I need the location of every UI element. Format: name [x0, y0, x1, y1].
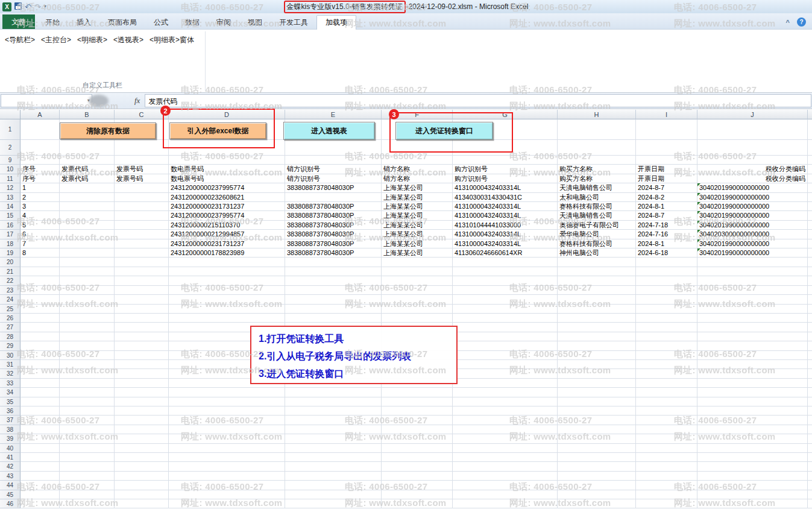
cell[interactable]	[697, 332, 808, 341]
cell[interactable]: 上海某某公司	[382, 230, 453, 239]
cell[interactable]	[558, 406, 636, 416]
cell[interactable]	[60, 202, 115, 211]
cell[interactable]	[636, 332, 697, 341]
cell[interactable]: 太和电脑公司	[558, 193, 636, 202]
cell[interactable]	[697, 351, 808, 360]
cell[interactable]	[382, 156, 453, 165]
row-header-15[interactable]: 15	[0, 211, 20, 220]
cell[interactable]: 赛格科技有限公司	[558, 239, 636, 248]
cell[interactable]	[636, 388, 697, 397]
cell[interactable]	[115, 156, 169, 165]
cell[interactable]	[453, 434, 558, 443]
cell[interactable]	[697, 323, 808, 332]
cell[interactable]	[558, 323, 636, 332]
cell[interactable]	[636, 462, 697, 471]
cell[interactable]	[60, 314, 115, 323]
cell[interactable]	[697, 369, 808, 378]
row-header-2[interactable]: 2	[0, 140, 20, 156]
ribbon-tab-insert[interactable]: 插入	[68, 16, 99, 29]
cell[interactable]	[285, 406, 382, 416]
cell[interactable]: 2024-8-2	[636, 193, 697, 202]
cell[interactable]	[636, 140, 697, 156]
cell[interactable]	[285, 276, 382, 285]
cell[interactable]	[382, 444, 453, 453]
cell[interactable]	[115, 183, 169, 192]
cell[interactable]	[115, 248, 169, 258]
cell[interactable]	[636, 119, 697, 140]
cell[interactable]	[636, 156, 697, 165]
cell[interactable]	[115, 453, 169, 462]
cell[interactable]	[453, 379, 558, 388]
cell[interactable]	[697, 276, 808, 285]
cell[interactable]: 7	[20, 239, 60, 248]
custom-toolbar-item-2[interactable]: <明细表>	[77, 35, 107, 45]
cell[interactable]	[20, 341, 60, 350]
cell[interactable]	[115, 341, 169, 350]
cell[interactable]	[636, 425, 697, 434]
cell[interactable]	[558, 351, 636, 360]
cell[interactable]	[20, 416, 60, 425]
cell[interactable]	[60, 305, 115, 314]
row-header-37[interactable]: 37	[0, 416, 20, 425]
cell[interactable]	[285, 140, 382, 156]
row-header-36[interactable]: 36	[0, 406, 20, 416]
cell[interactable]	[115, 360, 169, 369]
cell[interactable]: 24312000000231731237	[169, 202, 285, 211]
cell[interactable]	[20, 140, 60, 156]
cell[interactable]: 2024-7-18	[636, 221, 697, 230]
cell[interactable]	[169, 416, 285, 425]
cell[interactable]	[382, 397, 453, 406]
cell[interactable]	[382, 267, 453, 276]
cell[interactable]	[697, 462, 808, 471]
cell[interactable]	[169, 305, 285, 314]
cell[interactable]: 上海某某公司	[382, 193, 453, 202]
cell[interactable]	[453, 499, 558, 508]
cell[interactable]	[20, 267, 60, 276]
row-header-33[interactable]: 33	[0, 379, 20, 388]
cell[interactable]	[115, 444, 169, 453]
cell[interactable]	[558, 156, 636, 165]
cell[interactable]	[285, 462, 382, 471]
cell[interactable]	[558, 388, 636, 397]
row-header-38[interactable]: 38	[0, 425, 20, 434]
cell[interactable]: 开票日期	[636, 165, 697, 174]
cell[interactable]	[20, 481, 60, 490]
cell[interactable]	[115, 388, 169, 397]
cell[interactable]	[20, 444, 60, 453]
cell[interactable]	[453, 472, 558, 481]
cell[interactable]	[558, 397, 636, 406]
ribbon-tab-page-layout[interactable]: 页面布局	[99, 16, 145, 29]
cell[interactable]: 3040201990000000000	[697, 183, 808, 192]
cell[interactable]	[115, 397, 169, 406]
cell[interactable]	[60, 490, 115, 499]
row-header-40[interactable]: 40	[0, 444, 20, 453]
cell[interactable]: 41310000432403314L	[453, 230, 558, 239]
cell[interactable]	[697, 305, 808, 314]
ribbon-tab-home[interactable]: 开始	[37, 16, 68, 29]
cell[interactable]	[697, 416, 808, 425]
cell[interactable]	[453, 267, 558, 276]
cell[interactable]	[382, 453, 453, 462]
cell[interactable]: 3040201990000000000	[697, 211, 808, 220]
cell[interactable]	[20, 305, 60, 314]
cell[interactable]	[115, 490, 169, 499]
cell[interactable]	[60, 360, 115, 369]
cell[interactable]: 购方识别号	[453, 165, 558, 174]
cell[interactable]	[697, 286, 808, 295]
cell[interactable]	[115, 140, 169, 156]
cell[interactable]	[558, 258, 636, 267]
cell[interactable]: 4113060246660614XR	[453, 248, 558, 258]
cell[interactable]	[60, 351, 115, 360]
cell[interactable]	[115, 351, 169, 360]
cell[interactable]	[285, 490, 382, 499]
cell[interactable]	[636, 444, 697, 453]
column-header-B[interactable]: B	[60, 110, 115, 119]
cell[interactable]	[115, 193, 169, 202]
cell[interactable]	[169, 462, 285, 471]
cell[interactable]	[60, 267, 115, 276]
cell[interactable]	[697, 258, 808, 267]
cell[interactable]	[115, 425, 169, 434]
cell[interactable]: 天潢电脑销售公司	[558, 183, 636, 192]
cell[interactable]: 奥德赛电子有限公司	[558, 221, 636, 230]
row-header-27[interactable]: 27	[0, 323, 20, 332]
